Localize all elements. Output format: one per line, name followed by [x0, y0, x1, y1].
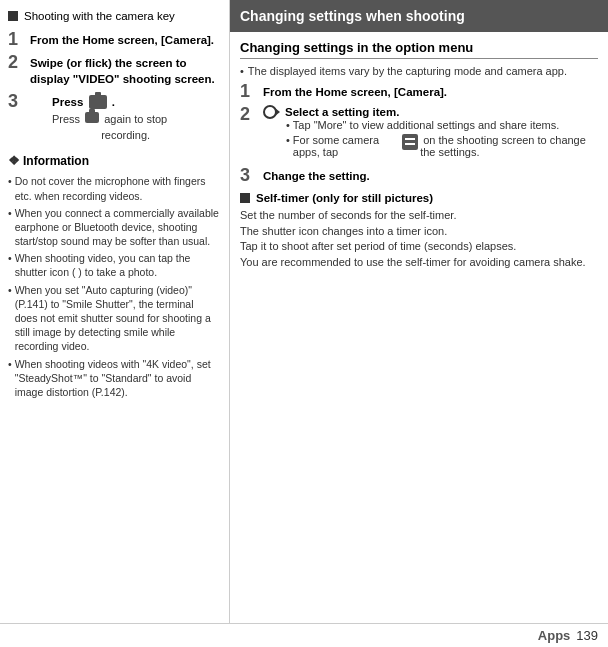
footer-page-number: 139 — [576, 628, 598, 643]
info-bullet-2: When you connect a commercially availabl… — [8, 206, 219, 249]
info-bullets-list: Do not cover the microphone with fingers… — [8, 174, 219, 399]
right-column: Changing settings when shooting Changing… — [230, 0, 608, 623]
right-step-2-sub-1: Tap "More" to view additional settings a… — [286, 119, 598, 131]
left-step-2-num: 2 — [8, 53, 26, 71]
info-section: ❖ Information Do not cover the microphon… — [8, 152, 219, 399]
right-step-2-num: 2 — [240, 105, 258, 123]
info-header: ❖ Information — [8, 152, 219, 170]
right-step-2-sub-2: For some camera apps, tap on the shootin… — [286, 134, 598, 158]
right-step-3: 3 Change the setting. — [240, 166, 598, 184]
menu-icon — [402, 134, 418, 150]
right-step-2-label: Select a setting item. — [285, 106, 399, 118]
left-section-header: Shooting with the camera key — [8, 8, 219, 24]
right-step-1-text: From the Home screen, [Camera]. — [263, 82, 447, 100]
right-step-2: 2 Select a setting item. Tap "More" to v… — [240, 105, 598, 161]
info-bullet-5: When shooting videos with "4K video", se… — [8, 357, 219, 400]
camera-icon — [89, 95, 107, 109]
left-step-3-text: Press . — [52, 94, 219, 110]
right-step-3-text: Change the setting. — [263, 166, 370, 184]
right-header: Changing settings when shooting — [230, 0, 608, 32]
left-step-2-text: Swipe (or flick) the screen to display "… — [30, 53, 219, 87]
right-step-2-text: Select a setting item. — [263, 105, 598, 119]
dial-icon — [263, 105, 277, 119]
main-content: Shooting with the camera key 1 From the … — [0, 0, 608, 623]
left-section-title: Shooting with the camera key — [24, 8, 175, 24]
footer-apps-label: Apps — [538, 628, 571, 643]
info-bullet-3: When shooting video, you can tap the shu… — [8, 251, 219, 279]
square-bullet-icon — [8, 11, 18, 21]
period-label: . — [109, 94, 115, 110]
right-body: Changing settings in the option menu The… — [230, 32, 608, 278]
left-step-1-num: 1 — [8, 30, 26, 48]
left-step-3: 3 Press . Press again to stop recording. — [8, 92, 219, 146]
left-step-3-sub: Press again to stop recording. — [52, 112, 219, 143]
left-step-1: 1 From the Home screen, [Camera]. — [8, 30, 219, 48]
self-timer-header: Self-timer (only for still pictures) — [240, 192, 598, 204]
right-step-1: 1 From the Home screen, [Camera]. — [240, 82, 598, 100]
sq-bullet-icon — [240, 193, 250, 203]
footer: Apps 139 — [0, 623, 608, 647]
camera-icon-small — [85, 112, 99, 123]
self-timer-title: Self-timer (only for still pictures) — [256, 192, 433, 204]
right-header-title: Changing settings when shooting — [240, 8, 465, 24]
info-bullet-4: When you set "Auto capturing (video)" (P… — [8, 283, 219, 354]
right-intro-bullet: The displayed items vary by the capturin… — [240, 65, 598, 77]
left-step-2: 2 Swipe (or flick) the screen to display… — [8, 53, 219, 87]
press-label: Press — [52, 94, 87, 110]
self-timer-body: Set the number of seconds for the self-t… — [240, 208, 598, 270]
info-title: Information — [23, 153, 89, 170]
left-step-1-text: From the Home screen, [Camera]. — [30, 30, 214, 48]
right-step-1-num: 1 — [240, 82, 258, 100]
right-step-3-num: 3 — [240, 166, 258, 184]
info-bullet-1: Do not cover the microphone with fingers… — [8, 174, 219, 202]
fleur-icon: ❖ — [8, 152, 20, 170]
right-section-title: Changing settings in the option menu — [240, 40, 598, 59]
left-step-3-num: 3 — [8, 92, 26, 110]
left-column: Shooting with the camera key 1 From the … — [0, 0, 230, 623]
self-timer-section: Self-timer (only for still pictures) Set… — [240, 192, 598, 270]
